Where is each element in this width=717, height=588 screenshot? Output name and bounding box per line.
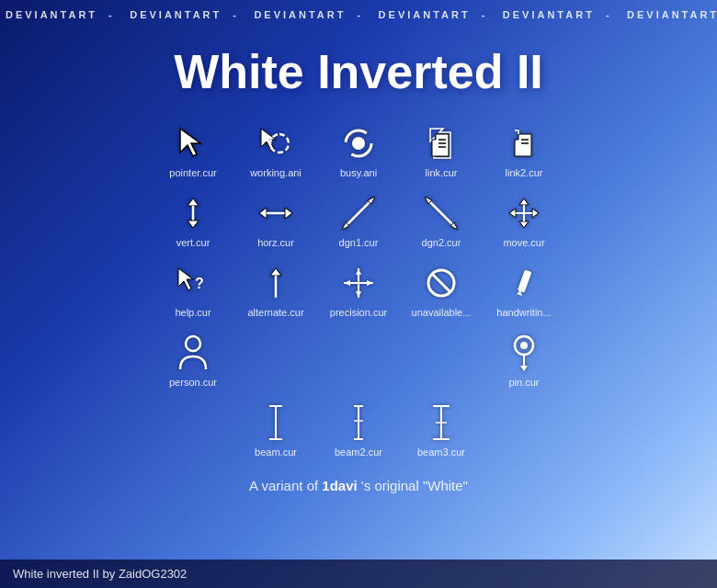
cursor-item-working[interactable]: working.ani [234, 121, 317, 178]
cursor-item-beam[interactable]: beam.cur [234, 401, 317, 458]
cursor-item-precision[interactable]: precision.cur [317, 261, 400, 318]
empty-icon-2 [336, 331, 381, 375]
empty-icon-4 [171, 401, 215, 445]
footer-description: A variant of 1davi 's original "White" [0, 478, 717, 493]
banner-track: DEVIANTART - DEVIANTART - DEVIANTART - D… [0, 6, 717, 22]
cursor-label: vert.cur [176, 237, 211, 248]
footer-prefix: A variant of [249, 478, 322, 493]
cursor-label: person.cur [169, 377, 217, 388]
cursor-item-link2[interactable]: link2.cur [483, 121, 565, 178]
dgn2-icon [419, 191, 463, 235]
empty-icon-3 [419, 331, 463, 375]
svg-marker-1 [261, 129, 276, 151]
cursor-label: pointer.cur [169, 167, 216, 178]
pin-icon [502, 331, 546, 375]
svg-marker-12 [259, 208, 267, 219]
cursor-item-link[interactable]: link.cur [400, 121, 483, 178]
cursor-item-unavailable[interactable]: unavailable... [400, 261, 483, 318]
page-title: White Inverted II [0, 44, 717, 99]
svg-marker-36 [367, 280, 373, 286]
cursor-label: busy.ani [340, 167, 377, 178]
svg-rect-39 [518, 269, 532, 292]
svg-marker-27 [178, 268, 193, 290]
svg-marker-23 [509, 209, 516, 218]
cursor-label: working.ani [250, 167, 302, 178]
cursor-label: beam2.cur [335, 447, 382, 458]
cursor-row-1: pointer.cur working.ani busy.ani [18, 121, 699, 191]
beam3-icon [419, 401, 463, 445]
cursor-row-2: vert.cur horz.cur dgn1.cur [18, 191, 699, 261]
cursor-item-empty5 [483, 401, 565, 458]
cursor-item-beam3[interactable]: beam3.cur [400, 401, 483, 458]
svg-point-41 [186, 336, 200, 351]
svg-point-3 [352, 137, 365, 150]
cursor-label: horz.cur [257, 237, 294, 248]
svg-marker-24 [532, 209, 539, 218]
cursor-row-3: ? help.cur alternate.cur [18, 261, 699, 331]
person-icon [171, 331, 215, 375]
cursor-row-4: person.cur pin.cur [18, 331, 699, 401]
cursor-item-person[interactable]: person.cur [152, 331, 234, 388]
link2-icon [502, 121, 546, 165]
cursor-item-pin[interactable]: pin.cur [483, 331, 565, 388]
cursor-item-empty4 [152, 401, 234, 458]
banner-item: DEVIANTART [130, 9, 222, 20]
cursor-item-empty2 [317, 331, 400, 388]
cursor-item-pointer[interactable]: pointer.cur [152, 121, 234, 178]
svg-marker-9 [188, 198, 199, 206]
svg-marker-14 [285, 208, 292, 219]
beam2-icon [336, 401, 381, 445]
cursor-label: pin.cur [508, 377, 539, 388]
cursor-label: dgn1.cur [339, 237, 379, 248]
busy-icon [336, 121, 381, 165]
link-icon [419, 121, 463, 165]
banner-item: DEVIANTART [254, 9, 346, 20]
horz-icon [254, 191, 298, 235]
cursor-item-horz[interactable]: horz.cur [234, 191, 317, 248]
cursor-row-5: beam.cur beam2.cur [18, 401, 699, 470]
svg-marker-35 [344, 280, 350, 286]
svg-line-38 [432, 274, 450, 292]
working-icon [254, 121, 298, 165]
cursor-label: precision.cur [330, 307, 387, 318]
svg-marker-0 [180, 129, 200, 156]
footer-author[interactable]: 1davi [322, 478, 357, 493]
bottom-bar: White inverted II by ZaidOG2302 [0, 560, 717, 588]
cursor-item-handwriting[interactable]: handwritin... [483, 261, 565, 318]
cursor-item-dgn2[interactable]: dgn2.cur [400, 191, 483, 248]
cursor-item-vert[interactable]: vert.cur [152, 191, 234, 248]
pointer-icon [171, 121, 215, 165]
cursor-item-alternate[interactable]: alternate.cur [234, 261, 317, 318]
precision-icon [336, 261, 381, 305]
banner-item: DEVIANTART [6, 9, 97, 20]
banner: DEVIANTART - DEVIANTART - DEVIANTART - D… [0, 0, 717, 28]
svg-marker-11 [188, 220, 199, 228]
empty-icon-5 [502, 401, 546, 445]
svg-line-15 [347, 202, 370, 224]
cursor-label: link2.cur [506, 167, 543, 178]
help-icon: ? [171, 261, 215, 305]
cursor-item-move[interactable]: move.cur [483, 191, 565, 248]
cursor-item-empty1 [234, 331, 317, 388]
cursor-item-busy[interactable]: busy.ani [317, 121, 400, 178]
cursor-label: beam.cur [255, 447, 297, 458]
empty-icon-1 [254, 331, 298, 375]
svg-text:?: ? [195, 276, 204, 291]
svg-marker-21 [519, 198, 529, 205]
cursor-label: handwritin... [496, 307, 551, 318]
svg-marker-33 [356, 268, 361, 275]
svg-marker-29 [270, 268, 281, 276]
cursor-item-dgn1[interactable]: dgn1.cur [317, 191, 400, 248]
svg-marker-34 [356, 291, 361, 298]
cursor-grid: pointer.cur working.ani busy.ani [0, 121, 717, 470]
cursor-item-help[interactable]: ? help.cur [152, 261, 234, 318]
unavailable-icon [419, 261, 463, 305]
cursor-label: beam3.cur [417, 447, 465, 458]
handwriting-icon [502, 261, 546, 305]
move-icon [502, 191, 546, 235]
cursor-label: move.cur [503, 237, 544, 248]
dgn1-icon [336, 191, 381, 235]
cursor-item-beam2[interactable]: beam2.cur [317, 401, 400, 458]
svg-line-18 [430, 202, 452, 224]
cursor-label: dgn2.cur [422, 237, 461, 248]
